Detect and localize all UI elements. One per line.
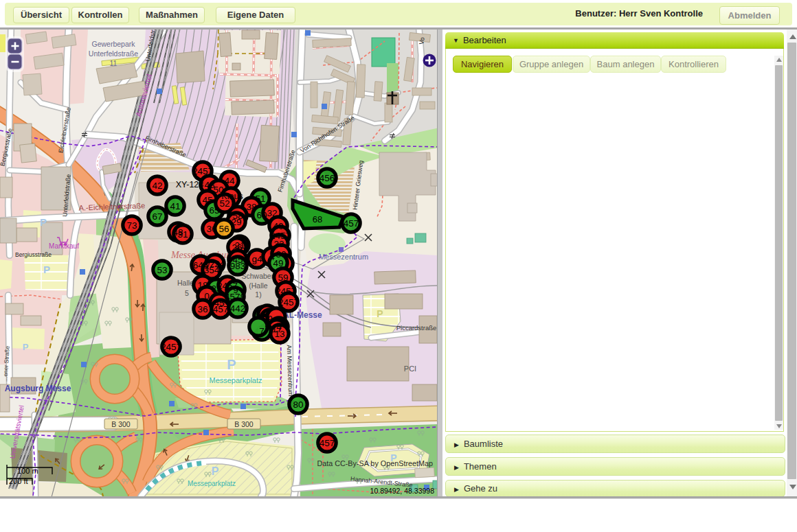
svg-text:Halle: Halle [177, 279, 194, 287]
svg-text:80: 80 [293, 400, 303, 410]
svg-text:45: 45 [202, 195, 212, 205]
svg-text:200 ft: 200 ft [9, 477, 28, 485]
svg-text:4578: 4578 [225, 292, 245, 302]
svg-text:P: P [40, 216, 47, 228]
svg-text:354: 354 [204, 265, 220, 275]
svg-text:42: 42 [152, 181, 162, 191]
svg-text:P: P [377, 308, 383, 319]
svg-text:49: 49 [273, 258, 283, 268]
svg-text:Messezentrum: Messezentrum [319, 253, 368, 261]
svg-text:Vo: Vo [418, 36, 426, 45]
svg-text:0: 0 [204, 291, 210, 301]
svg-text:Data CC-By-SA by OpenStreetMap: Data CC-By-SA by OpenStreetMap [317, 459, 433, 467]
svg-text:51: 51 [255, 194, 265, 204]
svg-text:B 300: B 300 [111, 420, 131, 428]
svg-text:XY-123: XY-123 [176, 180, 204, 189]
svg-text:Klaus: Klaus [221, 192, 243, 201]
svg-text:60: 60 [256, 210, 267, 220]
svg-text:56: 56 [218, 224, 229, 234]
svg-text:Messeparkplatz: Messeparkplatz [209, 376, 262, 384]
svg-text:Marktkauf: Marktkauf [49, 242, 79, 250]
svg-text:36: 36 [206, 224, 216, 234]
svg-text:P: P [212, 465, 219, 477]
svg-text:68: 68 [313, 214, 322, 224]
svg-text:442: 442 [230, 303, 246, 314]
svg-text:38: 38 [246, 202, 256, 212]
svg-text:B 300: B 300 [234, 420, 254, 428]
svg-text:100 m: 100 m [17, 467, 38, 475]
svg-text:g4: g4 [251, 254, 262, 264]
svg-text:53: 53 [157, 265, 167, 275]
svg-text:32: 32 [267, 208, 277, 218]
svg-text:73: 73 [126, 220, 137, 231]
svg-text:13: 13 [274, 329, 284, 339]
svg-text:Augsburg Messe: Augsburg Messe [5, 384, 71, 393]
svg-text:Messeparkplatz: Messeparkplatz [188, 480, 236, 487]
svg-text:(Halle: (Halle [249, 281, 268, 290]
svg-text:Schwaben: Schwaben [241, 272, 275, 280]
svg-text:Gewerbepark: Gewerbepark [91, 40, 135, 48]
svg-text:44: 44 [224, 176, 235, 186]
svg-text:18: 18 [197, 280, 207, 290]
svg-text:P: P [43, 264, 50, 275]
svg-text:P: P [23, 342, 29, 352]
svg-text:41: 41 [170, 201, 180, 211]
svg-text:983: 983 [230, 261, 246, 271]
svg-text:457: 457 [213, 304, 229, 314]
svg-text:2457: 2457 [276, 286, 296, 297]
svg-text:457: 457 [319, 438, 335, 448]
svg-text:457: 457 [344, 218, 359, 229]
svg-text:10.89492, 48.33998: 10.89492, 48.33998 [370, 487, 435, 495]
svg-text:456: 456 [319, 173, 335, 183]
svg-text:P: P [227, 357, 236, 372]
svg-text:2457: 2457 [161, 342, 181, 352]
svg-text:5: 5 [265, 319, 270, 329]
svg-text:2457: 2457 [192, 166, 213, 176]
svg-text:67: 67 [152, 211, 162, 222]
svg-text:Piccardstraße: Piccardstraße [396, 324, 437, 332]
svg-text:2457: 2457 [278, 297, 299, 308]
svg-text:29: 29 [231, 217, 241, 227]
svg-text:7: 7 [259, 326, 265, 336]
svg-text:65: 65 [209, 205, 219, 216]
svg-text:31: 31 [177, 229, 188, 240]
svg-text:11: 11 [110, 59, 117, 67]
svg-text:33: 33 [273, 239, 284, 249]
svg-text:26: 26 [232, 242, 242, 253]
svg-text:59: 59 [278, 273, 288, 283]
svg-text:Bergiusstraße: Bergiusstraße [15, 251, 52, 258]
svg-text:1): 1) [255, 290, 261, 299]
svg-text:PCI: PCI [404, 365, 416, 373]
svg-text:5: 5 [185, 289, 189, 297]
svg-text:40: 40 [273, 221, 283, 231]
svg-text:Unterfeldstraße: Unterfeldstraße [89, 49, 139, 58]
svg-text:36: 36 [197, 304, 207, 314]
